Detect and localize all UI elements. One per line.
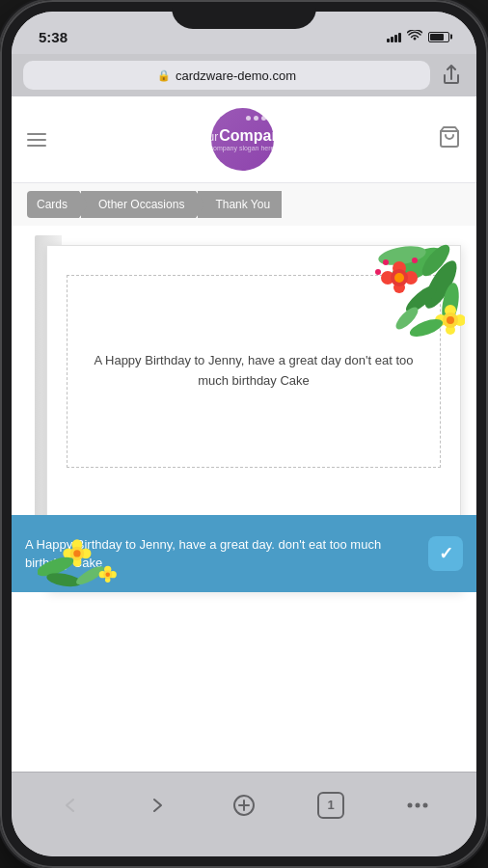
hamburger-menu-icon[interactable] [27, 133, 46, 147]
svg-point-13 [383, 259, 389, 265]
logo-company: Company [219, 127, 289, 145]
logo-slogan: company slogan here [195, 145, 289, 151]
breadcrumb-item-thank-you[interactable]: Thank You [198, 191, 282, 218]
svg-point-38 [105, 572, 110, 577]
svg-point-21 [447, 316, 454, 324]
phone-frame: 5:38 [0, 0, 488, 868]
logo-area: Your Company company slogan here [211, 108, 274, 171]
share-button[interactable] [438, 62, 465, 89]
logo-your: Your [195, 130, 218, 144]
cart-icon[interactable] [438, 125, 461, 153]
card-preview-area: A Happy Birthday to Jenny, have a great … [12, 226, 476, 592]
battery-icon [428, 32, 449, 42]
url-text: cardzware-demo.com [176, 68, 296, 83]
checkmark-icon: ✓ [439, 543, 453, 564]
notch [172, 0, 316, 29]
svg-point-44 [423, 802, 428, 807]
flowers-bottom-left [38, 514, 134, 591]
back-button[interactable] [49, 784, 92, 827]
status-icons [387, 22, 449, 44]
status-time: 5:38 [39, 21, 68, 45]
breadcrumb-item-other-occasions[interactable]: Other Occasions [81, 191, 196, 218]
browser-bar: 🔒 cardzware-demo.com [12, 54, 476, 96]
svg-point-42 [408, 802, 413, 807]
svg-point-43 [416, 802, 420, 807]
site-header: Your Company company slogan here [12, 96, 476, 183]
checkmark-button[interactable]: ✓ [428, 536, 463, 571]
url-bar[interactable]: 🔒 cardzware-demo.com [23, 61, 430, 90]
signal-bars-icon [387, 31, 401, 42]
lock-icon: 🔒 [157, 69, 171, 82]
tabs-button[interactable]: 1 [310, 784, 352, 827]
more-button[interactable] [396, 784, 439, 827]
website-content: Your Company company slogan here [12, 96, 476, 772]
logo-dots [246, 116, 266, 121]
svg-point-14 [412, 258, 418, 263]
add-tab-button[interactable] [223, 784, 265, 827]
svg-point-12 [394, 273, 404, 283]
wifi-icon [407, 30, 422, 44]
tabs-count: 1 [317, 792, 344, 819]
screen: 5:38 [12, 12, 476, 856]
flowers-top-right [330, 241, 465, 366]
breadcrumb: Cards Other Occasions Thank You [12, 183, 476, 226]
breadcrumb-item-cards[interactable]: Cards [27, 191, 79, 218]
browser-nav: 1 [12, 772, 476, 856]
svg-point-15 [375, 269, 381, 275]
svg-point-29 [73, 550, 80, 556]
forward-button[interactable] [136, 784, 178, 827]
logo-badge: Your Company company slogan here [211, 108, 274, 171]
